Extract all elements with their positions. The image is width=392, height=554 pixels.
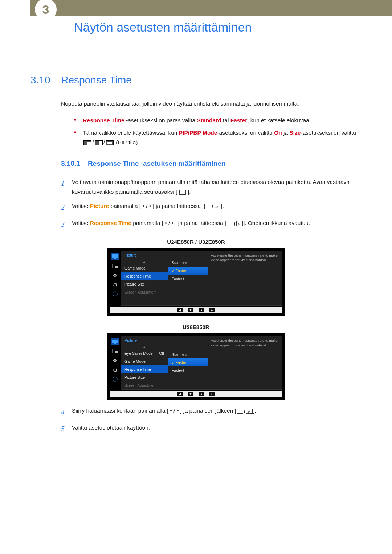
osd-options-column: Standard Faster Fastest — [168, 251, 208, 305]
osd-menu-item-selected: Response Time — [121, 365, 168, 373]
nav-left-icon: ◀ — [177, 392, 183, 396]
pip-layout-icon — [83, 140, 91, 145]
osd-sidebar: ✥ ⚙ ⓘ — [110, 336, 121, 390]
osd-tab-info-icon: ⓘ — [111, 376, 119, 383]
model-label-1: U24E850R / U32E850R — [30, 239, 362, 245]
osd-options-column: Standard Faster Fastest — [168, 336, 208, 389]
step-number: 1 — [61, 177, 72, 197]
osd-menu-item: Game Mode — [121, 357, 168, 365]
osd-option: Fastest — [168, 366, 208, 374]
nav-up-icon: ▲ — [199, 308, 204, 312]
bullet-list: • Response Time -asetukseksi on paras va… — [74, 116, 362, 147]
step-number: 2 — [61, 201, 72, 214]
scroll-up-icon: ▲ — [121, 259, 168, 264]
svg-rect-4 — [112, 340, 118, 343]
term-faster: Faster — [230, 117, 248, 123]
svg-rect-1 — [114, 258, 116, 259]
nav-up-icon: ▲ — [199, 392, 204, 396]
svg-rect-7 — [115, 351, 118, 353]
osd-screenshot-2: ✥ ⚙ ⓘ Picture ▲ Eye Saver ModeOff Game M… — [107, 333, 285, 400]
osd-tab-info-icon: ⓘ — [111, 291, 119, 298]
subsection-heading: 3.10.1 Response Time -asetuksen määrittä… — [61, 160, 362, 168]
nav-enter-icon: ↵ — [209, 308, 215, 312]
osd-tab-move-icon: ✥ — [111, 272, 119, 279]
osd-menu-item: Picture Size — [121, 373, 168, 381]
menu-icon — [179, 190, 186, 195]
section-title: Response Time — [61, 74, 132, 86]
osd-option-selected: Faster — [168, 358, 208, 366]
nav-down-icon: ▼ — [188, 392, 193, 396]
osd-menu-item-disabled: Screen Adjustment — [121, 288, 168, 296]
osd-tab-settings-icon: ⚙ — [111, 281, 119, 288]
step-item: 1 Voit avata toimintonäppäinoppaan paina… — [61, 177, 362, 197]
osd-menu-item: Game Mode — [121, 264, 168, 272]
osd-menu-column: Picture ▲ Game Mode Response Time Pictur… — [121, 251, 168, 305]
term-response-time: Response Time — [90, 220, 131, 226]
osd-nav-bar: ◀ ▼ ▲ ↵ — [110, 391, 282, 397]
step-number: 4 — [61, 406, 72, 418]
bullet-dot-icon: • — [74, 128, 76, 147]
svg-rect-5 — [114, 343, 116, 344]
osd-menu-column: Picture ▲ Eye Saver ModeOff Game Mode Re… — [121, 336, 168, 389]
pip-layout-icon — [106, 140, 114, 145]
osd-option: Fastest — [168, 275, 208, 283]
osd-tab-picture-icon — [111, 253, 119, 260]
subsection-number: 3.10.1 — [61, 160, 80, 167]
osd-tab-pip-icon — [111, 348, 119, 355]
step-item: 4 Siirry haluamaasi kohtaan painamalla [… — [61, 406, 362, 418]
osd-nav-bar: ◀ ▼ ▲ ↵ — [110, 307, 282, 313]
term-on: On — [274, 130, 282, 136]
chapter-badge: 3 — [35, 0, 57, 20]
nav-left-icon: ◀ — [177, 308, 183, 312]
svg-rect-3 — [115, 266, 118, 268]
return-icon — [236, 221, 243, 226]
chapter-number: 3 — [42, 3, 49, 17]
return-icon — [246, 409, 253, 414]
osd-tab-pip-icon — [111, 262, 119, 270]
osd-menu-item: Picture Size — [121, 280, 168, 288]
term-standard: Standard — [197, 117, 221, 123]
term-size: Size — [289, 130, 301, 136]
step-number: 5 — [61, 423, 72, 435]
osd-tab-settings-icon: ⚙ — [111, 366, 119, 374]
osd-option: Standard — [168, 259, 208, 267]
osd-description: Accelerate the panel response rate to ma… — [208, 251, 282, 305]
osd-menu-item: Eye Saver ModeOff — [121, 349, 168, 357]
section-number: 3.10 — [30, 74, 50, 86]
osd-option-selected: Faster — [168, 267, 208, 275]
osd-option: Standard — [168, 350, 208, 358]
term-response-time: Response Time — [83, 117, 124, 123]
section-heading: 3.10 Response Time — [30, 74, 362, 86]
subsection-title: Response Time -asetuksen määrittäminen — [88, 160, 226, 167]
bullet-dot-icon: • — [74, 116, 76, 125]
step-item: 3 Valitse Response Time painamalla [ • /… — [61, 218, 362, 231]
nav-enter-icon: ↵ — [209, 392, 215, 396]
pip-layout-icon — [95, 140, 103, 145]
rect-icon — [227, 221, 233, 226]
osd-menu-header: Picture — [121, 336, 168, 344]
steps-list: 1 Voit avata toimintonäppäinoppaan paina… — [61, 177, 362, 231]
top-bar: 3 — [30, 0, 392, 16]
osd-menu-item-selected: Response Time — [121, 272, 168, 280]
osd-menu-header: Picture — [121, 251, 168, 259]
return-icon — [214, 204, 220, 209]
page-title: Näytön asetusten määrittäminen — [74, 20, 362, 34]
term-pip-pbp: PIP/PBP Mode — [179, 130, 217, 136]
osd-screenshot-1: ✥ ⚙ ⓘ Picture ▲ Game Mode Response Time … — [107, 248, 285, 316]
osd-menu-item-disabled: Screen Adjustment — [121, 381, 168, 389]
step-number: 3 — [61, 218, 72, 231]
osd-sidebar: ✥ ⚙ ⓘ — [110, 251, 121, 306]
rect-icon — [204, 204, 211, 209]
model-label-2: U28E850R — [30, 324, 362, 330]
bullet-item: • Tämä valikko ei ole käytettävissä, kun… — [74, 128, 362, 147]
nav-down-icon: ▼ — [188, 308, 193, 312]
osd-tab-move-icon: ✥ — [111, 357, 119, 364]
term-picture: Picture — [90, 203, 109, 209]
svg-rect-0 — [112, 254, 118, 258]
osd-description: Accelerate the panel response rate to ma… — [208, 336, 282, 389]
osd-tab-picture-icon — [111, 338, 119, 345]
bullet-item: • Response Time -asetukseksi on paras va… — [74, 116, 362, 125]
step-item: 5 Valittu asetus otetaan käyttöön. — [61, 423, 362, 435]
scroll-up-icon: ▲ — [121, 344, 168, 349]
step-item: 2 Valitse Picture painamalla [ • / • ] j… — [61, 201, 362, 214]
